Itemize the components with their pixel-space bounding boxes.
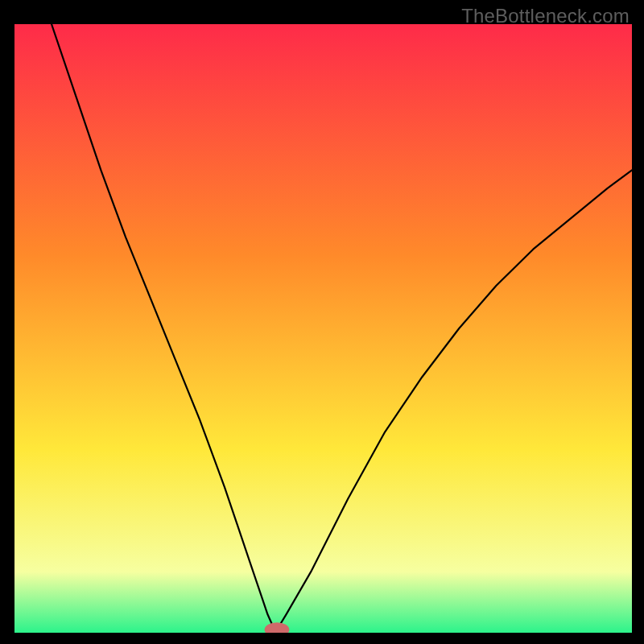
chart-frame: TheBottleneck.com — [0, 0, 644, 644]
gradient-background — [14, 24, 632, 633]
chart-svg — [14, 24, 632, 633]
watermark-text: TheBottleneck.com — [461, 5, 630, 27]
plot-area — [14, 24, 632, 633]
